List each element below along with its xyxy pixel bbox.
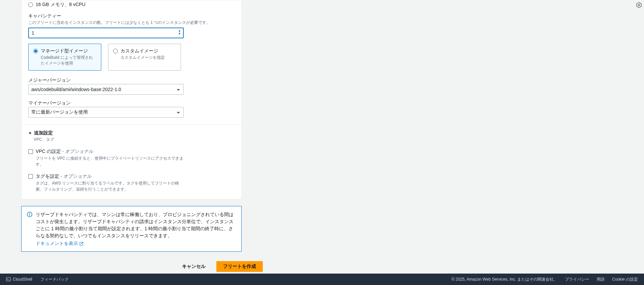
caret-down-icon	[177, 110, 180, 115]
capacity-value: 1	[32, 30, 34, 36]
minor-version-value: 常に最新バージョンを使用	[31, 109, 88, 115]
chevron-down-icon[interactable]: ▼	[178, 32, 181, 35]
svg-rect-4	[6, 278, 10, 281]
feedback-link[interactable]: フィードバック	[40, 277, 69, 282]
minor-version-select[interactable]: 常に最新バージョンを使用	[28, 107, 184, 118]
svg-point-0	[638, 4, 640, 6]
capacity-label: キャパシティー	[28, 13, 235, 19]
svg-rect-2	[29, 214, 30, 216]
create-fleet-button[interactable]: フリートを作成	[216, 261, 263, 272]
tile-managed-title: マネージド型イメージ	[41, 48, 96, 54]
svg-rect-3	[29, 213, 30, 214]
vpc-label: VPC の設定 - オプショナル	[36, 149, 93, 154]
tile-managed-image[interactable]: マネージド型イメージ CodeBuild によって管理されたイメージを使用	[28, 44, 101, 71]
major-version-value: aws/codebuild/ami/windows-base:2022-1.0	[31, 87, 121, 92]
vpc-desc: フリートを VPC に接続すると、使用中にプライベートリソースにアクセスできます…	[36, 155, 184, 167]
tags-desc: タグは、AWS リソースに割り当てるラベルです。タグを使用してフリートの検索、フ…	[36, 180, 184, 192]
privacy-link[interactable]: プライバシー	[565, 277, 589, 282]
vpc-checkbox[interactable]	[28, 149, 33, 154]
info-doc-link[interactable]: ドキュメントを表示	[36, 241, 83, 247]
radio-icon[interactable]	[28, 2, 33, 7]
info-icon	[27, 212, 32, 217]
cancel-button[interactable]: キャンセル	[175, 261, 212, 272]
radio-icon	[33, 49, 38, 53]
tags-checkbox[interactable]	[28, 174, 33, 179]
additional-settings-toggle[interactable]: ▼ 追加設定	[28, 130, 235, 136]
additional-settings-title: 追加設定	[34, 130, 53, 136]
info-box: リザーブドキャパシティでは、マシンは常に稼働しており、プロビジョニングされている…	[21, 206, 242, 252]
capacity-input[interactable]: 1 ▲ ▼	[28, 28, 184, 38]
tags-label: タグを設定 - オプショナル	[36, 173, 92, 179]
tile-custom-image[interactable]: カスタムイメージ カスタムイメージを指定	[108, 44, 181, 71]
terminal-icon	[6, 277, 11, 282]
memory-option-row[interactable]: 16 GB メモリ、8 vCPU	[28, 2, 235, 8]
external-link-icon	[79, 242, 83, 246]
triangle-down-icon: ▼	[28, 131, 32, 135]
additional-settings-sub: VPC、タグ	[34, 137, 235, 142]
major-version-select[interactable]: aws/codebuild/ami/windows-base:2022-1.0	[28, 84, 184, 95]
tile-custom-title: カスタムイメージ	[120, 48, 165, 54]
caret-down-icon	[177, 87, 180, 92]
terms-link[interactable]: 用語	[597, 277, 605, 282]
capacity-hint: このフリートに含めるインスタンスの数。フリートには少なくとも 1 つのインスタン…	[28, 20, 235, 26]
info-text: リザーブドキャパシティでは、マシンは常に稼働しており、プロビジョニングされている…	[36, 211, 236, 239]
minor-version-label: マイナーバージョン	[28, 100, 235, 106]
cookie-link[interactable]: Cookie の設定	[612, 277, 638, 282]
settings-gear-icon[interactable]	[636, 2, 643, 9]
tile-managed-desc: CodeBuild によって管理されたイメージを使用	[41, 55, 96, 66]
radio-icon	[113, 49, 118, 53]
copyright-text: © 2025, Amazon Web Services, Inc. またはその関…	[452, 277, 558, 282]
tile-custom-desc: カスタムイメージを指定	[120, 55, 165, 60]
major-version-label: メジャーバージョン	[28, 77, 235, 83]
memory-option-label: 16 GB メモリ、8 vCPU	[36, 2, 85, 8]
footer: CloudShell フィードバック © 2025, Amazon Web Se…	[0, 274, 644, 285]
number-spinner[interactable]: ▲ ▼	[178, 29, 181, 35]
config-panel: 16 GB メモリ、8 vCPU キャパシティー このフリートに含めるインスタン…	[21, 0, 242, 199]
cloudshell-link[interactable]: CloudShell	[6, 277, 32, 282]
